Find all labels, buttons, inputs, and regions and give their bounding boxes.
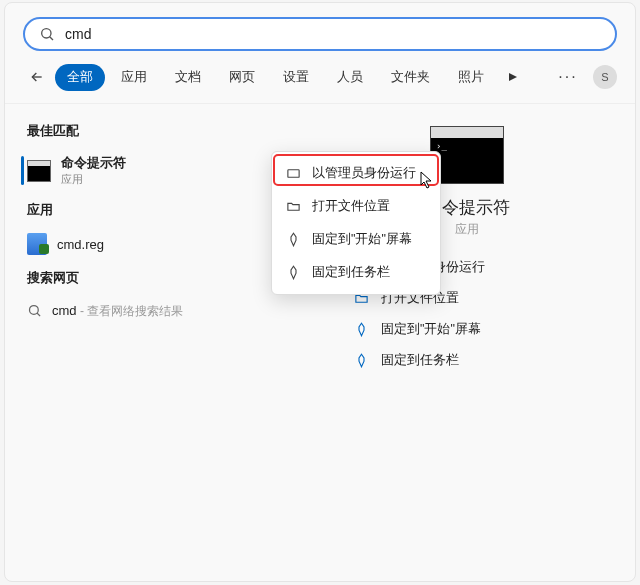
- pin-icon: [286, 232, 301, 247]
- app-result-item[interactable]: cmd.reg: [21, 225, 307, 263]
- tab-photos[interactable]: 照片: [446, 64, 496, 91]
- tabs-row: 全部 应用 文档 网页 设置 人员 文件夹 照片 ··· S: [5, 63, 635, 103]
- pin-icon: [286, 265, 301, 280]
- action-pin-start[interactable]: 固定到"开始"屏幕: [349, 314, 611, 345]
- svg-line-5: [37, 313, 40, 316]
- search-query: cmd: [65, 26, 601, 42]
- web-result-item[interactable]: cmd - 查看网络搜索结果: [21, 293, 307, 328]
- preview-sub: 应用: [455, 221, 479, 238]
- tab-folders[interactable]: 文件夹: [379, 64, 442, 91]
- best-match-title: 命令提示符: [61, 154, 126, 172]
- preview-app-icon: [430, 126, 504, 184]
- tab-settings[interactable]: 设置: [271, 64, 321, 91]
- search-input[interactable]: cmd: [23, 17, 617, 51]
- ctx-pin-start[interactable]: 固定到"开始"屏幕: [277, 223, 435, 256]
- tab-all[interactable]: 全部: [55, 64, 105, 91]
- web-term: cmd: [52, 303, 77, 318]
- best-match-header: 最佳匹配: [21, 116, 307, 146]
- search-icon: [39, 26, 55, 42]
- pin-icon: [353, 322, 369, 338]
- tab-documents[interactable]: 文档: [163, 64, 213, 91]
- action-pin-taskbar[interactable]: 固定到任务栏: [349, 345, 611, 376]
- search-icon: [27, 303, 42, 318]
- svg-line-1: [50, 37, 53, 40]
- ctx-pin-taskbar[interactable]: 固定到任务栏: [277, 256, 435, 289]
- reg-file-icon: [27, 233, 47, 255]
- back-button[interactable]: [23, 63, 51, 91]
- shield-icon: [286, 166, 301, 181]
- tab-apps[interactable]: 应用: [109, 64, 159, 91]
- tab-people[interactable]: 人员: [325, 64, 375, 91]
- results-column: 最佳匹配 命令提示符 应用 应用 cmd.reg 搜索网页 cmd - 查看网络…: [21, 104, 307, 376]
- more-tabs-button[interactable]: [500, 64, 526, 90]
- user-avatar[interactable]: S: [593, 65, 617, 89]
- tab-web[interactable]: 网页: [217, 64, 267, 91]
- svg-rect-7: [288, 170, 299, 178]
- best-match-sub: 应用: [61, 172, 126, 187]
- overflow-button[interactable]: ···: [555, 64, 581, 90]
- web-header: 搜索网页: [21, 263, 307, 293]
- cursor-icon: [420, 171, 434, 193]
- svg-point-0: [42, 29, 51, 38]
- cmd-icon: [27, 160, 51, 182]
- svg-marker-3: [509, 73, 517, 81]
- ctx-run-admin[interactable]: 以管理员身份运行: [277, 157, 435, 190]
- web-desc: - 查看网络搜索结果: [77, 304, 184, 318]
- ctx-open-location[interactable]: 打开文件位置: [277, 190, 435, 223]
- search-window: cmd 全部 应用 文档 网页 设置 人员 文件夹 照片 ··· S 最佳匹配 …: [4, 2, 636, 582]
- app-result-title: cmd.reg: [57, 237, 104, 252]
- apps-header: 应用: [21, 195, 307, 225]
- pin-icon: [353, 353, 369, 369]
- best-match-item[interactable]: 命令提示符 应用: [21, 146, 307, 195]
- folder-icon: [286, 199, 301, 214]
- svg-point-4: [30, 306, 39, 315]
- context-menu: 以管理员身份运行 打开文件位置 固定到"开始"屏幕 固定到任务栏: [271, 151, 441, 295]
